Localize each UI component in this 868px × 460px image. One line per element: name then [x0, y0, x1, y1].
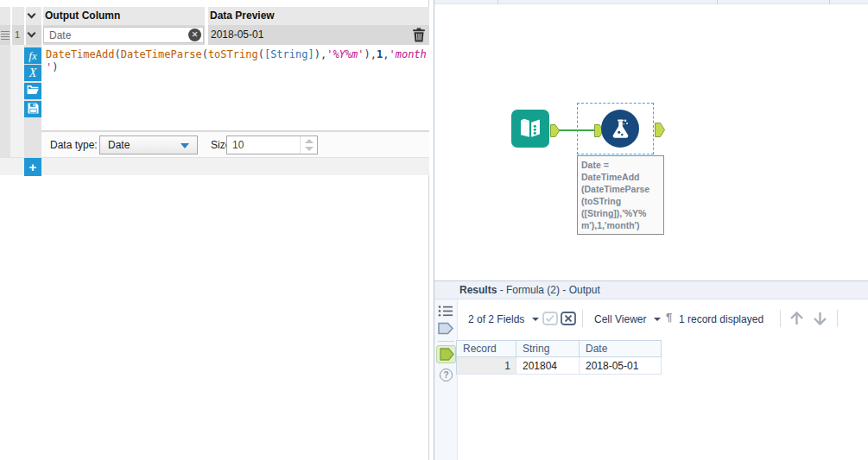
- divider: [780, 310, 781, 327]
- open-expression-button[interactable]: [24, 83, 41, 99]
- cell-viewer-dropdown[interactable]: Cell Viewer: [594, 312, 646, 327]
- output-anchor-tab-icon[interactable]: [440, 348, 454, 361]
- table-cell[interactable]: 201804: [516, 357, 580, 375]
- row-gutter: [10, 45, 24, 157]
- size-spinner: [226, 135, 318, 154]
- spinner-buttons[interactable]: [300, 136, 317, 154]
- arrow-up-icon[interactable]: [788, 310, 806, 327]
- data-type-value: Date: [108, 139, 130, 151]
- folder-icon: [27, 85, 39, 95]
- divider: [41, 25, 43, 45]
- divider: [205, 7, 208, 25]
- add-expression-button[interactable]: +: [24, 158, 41, 176]
- spinner-down-icon[interactable]: [305, 147, 314, 151]
- delete-expression-button[interactable]: [412, 28, 426, 42]
- column-header-string[interactable]: String: [516, 341, 580, 357]
- chevron-down-icon[interactable]: [28, 10, 36, 19]
- formula-tool[interactable]: [601, 110, 639, 148]
- spinner-up-icon[interactable]: [305, 139, 314, 143]
- tool-annotation-box[interactable]: Date =DateTimeAdd(DateTimeParse(toSTring…: [577, 155, 664, 235]
- fields-dropdown[interactable]: 2 of 2 Fields: [468, 312, 524, 327]
- data-type-row: Data type: Date Size:: [41, 131, 429, 157]
- divider: [10, 25, 12, 45]
- divider: [24, 7, 26, 25]
- formula-token: ): [52, 61, 58, 73]
- chevron-down-icon: [181, 143, 189, 148]
- divider: [438, 341, 454, 342]
- divider: [10, 7, 12, 25]
- annotation-line: DateTimeAdd: [581, 171, 660, 183]
- record-count: 1 record displayed: [679, 312, 763, 327]
- row-number: 1: [10, 25, 24, 45]
- whitespace-toggle-icon[interactable]: ¶: [666, 311, 672, 324]
- annotation-line: (DateTimeParse: [581, 183, 660, 195]
- results-title-bold: Results: [459, 284, 497, 296]
- output-anchor-icon[interactable]: [655, 123, 665, 137]
- formula-line: '): [46, 61, 429, 74]
- formula-token: ): [364, 48, 371, 60]
- table-cell[interactable]: 1: [457, 357, 516, 375]
- divider: [205, 25, 208, 45]
- formula-token: toSTring: [208, 48, 258, 60]
- drag-handle-icon[interactable]: [1, 31, 10, 41]
- formula-token: ): [314, 48, 320, 60]
- results-title-subtitle: - Formula (2) - Output: [497, 284, 599, 296]
- formula-config-panel: Output Column Data Preview 1 ✕ 2018-05-0…: [0, 0, 429, 460]
- output-column-input[interactable]: [43, 27, 204, 43]
- formula-token: ,: [371, 48, 377, 60]
- fx-icon: fx: [29, 49, 36, 62]
- results-body: ? 2 of 2 Fields Cell Viewer ¶ 1 record d…: [434, 299, 868, 460]
- apply-check-icon: [542, 312, 558, 325]
- arrow-down-icon[interactable]: [811, 310, 829, 327]
- formula-token: [String]: [264, 48, 314, 60]
- trash-icon: [412, 28, 426, 42]
- divider: [41, 7, 43, 25]
- size-input[interactable]: [227, 136, 300, 154]
- formula-token: 'month: [389, 48, 426, 60]
- add-expression-row: +: [0, 157, 429, 175]
- results-table: RecordStringDate 12018042018-05-01: [456, 340, 662, 375]
- chevron-down-icon[interactable]: [654, 318, 661, 321]
- save-icon: [28, 103, 39, 114]
- formula-token: (: [258, 48, 264, 60]
- formula-token: DateTimeParse: [121, 48, 202, 60]
- data-type-label: Data type:: [50, 132, 98, 158]
- help-icon[interactable]: ?: [440, 369, 453, 381]
- data-preview-header: Data Preview: [210, 7, 275, 25]
- table-cell[interactable]: 2018-05-01: [580, 357, 662, 375]
- formula-token: (: [202, 48, 208, 60]
- divider: [24, 25, 26, 45]
- table-row[interactable]: 12018042018-05-01: [457, 357, 662, 375]
- input-anchor-tab-icon[interactable]: [438, 322, 454, 335]
- formula-flask-icon: [607, 116, 633, 142]
- column-header-record[interactable]: Record: [457, 341, 516, 357]
- clear-icon[interactable]: ✕: [188, 28, 201, 41]
- results-table-header: RecordStringDate: [457, 341, 662, 357]
- functions-button[interactable]: fx: [24, 47, 41, 64]
- text-input-tool[interactable]: [511, 110, 549, 148]
- results-header-bar[interactable]: Results - Formula (2) - Output: [434, 280, 868, 299]
- expression-row: 1 ✕ 2018-05-01: [0, 25, 429, 45]
- formula-line: DateTimeAdd(DateTimeParse(toSTring([Stri…: [46, 48, 429, 61]
- divider: [717, 0, 718, 4]
- annotation-line: (toSTring: [581, 195, 660, 207]
- formula-token: '%Y%m': [326, 48, 364, 60]
- expression-grid-header: Output Column Data Preview: [0, 7, 429, 25]
- results-title: Results - Formula (2) - Output: [459, 281, 600, 299]
- column-header-date[interactable]: Date: [580, 341, 662, 357]
- save-expression-button[interactable]: [24, 101, 41, 117]
- chevron-down-icon[interactable]: [532, 318, 539, 321]
- chevron-down-icon[interactable]: [28, 29, 36, 38]
- text-input-book-icon: [517, 116, 543, 142]
- annotation-line: Date =: [581, 159, 660, 171]
- data-type-dropdown[interactable]: Date: [99, 135, 198, 154]
- formula-expression-editor[interactable]: DateTimeAdd(DateTimeParse(toSTring([Stri…: [41, 45, 429, 131]
- cancel-x-icon[interactable]: [561, 312, 576, 325]
- metadata-list-icon[interactable]: [438, 305, 454, 318]
- results-table-body: 12018042018-05-01: [457, 357, 662, 375]
- variables-button[interactable]: X: [24, 65, 41, 81]
- alteryx-designer-window: Output Column Data Preview 1 ✕ 2018-05-0…: [0, 0, 868, 460]
- results-sidebar: ?: [434, 299, 458, 460]
- divider: [837, 310, 838, 327]
- output-column-header: Output Column: [45, 7, 120, 25]
